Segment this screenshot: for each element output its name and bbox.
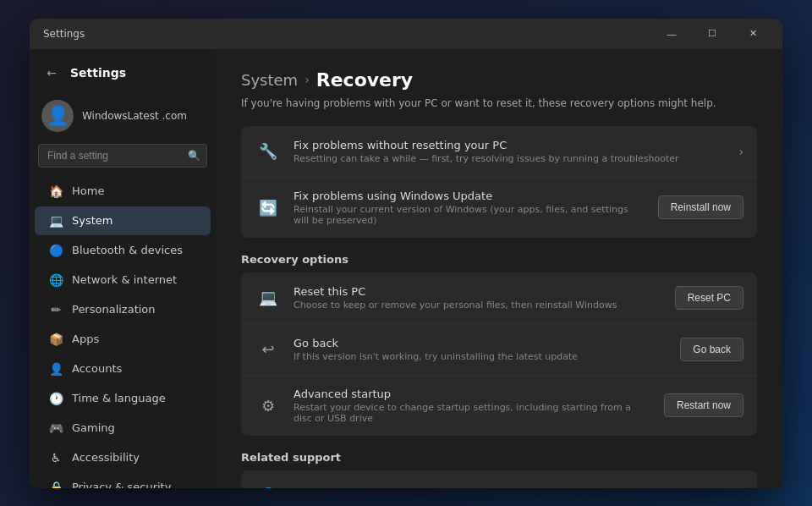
bluetooth-icon: 🔵: [48, 243, 63, 258]
advanced-startup-icon: ⚙: [255, 392, 282, 419]
reset-pc-desc: Choose to keep or remove your personal f…: [294, 300, 663, 311]
related-support-header[interactable]: 🌐 Help with Recovery ∧: [241, 470, 757, 488]
sidebar-item-system[interactable]: 💻 System: [35, 206, 211, 235]
close-button[interactable]: ✕: [733, 21, 772, 47]
sidebar-item-label: System: [72, 214, 112, 227]
sidebar-app-title: Settings: [70, 66, 126, 80]
sidebar-item-personalization[interactable]: ✏️ Personalization: [35, 295, 211, 324]
breadcrumb-parent: System: [241, 71, 298, 89]
sidebar-item-accessibility[interactable]: ♿ Accessibility: [35, 443, 211, 472]
network-icon: 🌐: [48, 272, 63, 288]
sidebar-item-privacy[interactable]: 🔒 Privacy & security: [35, 473, 211, 488]
fix-no-reset-desc: Resetting can take a while — first, try …: [294, 153, 727, 164]
go-back-action: Go back: [680, 338, 743, 361]
go-back-button[interactable]: Go back: [680, 338, 743, 361]
fix-update-button[interactable]: Reinstall now: [658, 195, 743, 219]
sidebar-item-time[interactable]: 🕐 Time & language: [35, 384, 211, 413]
sidebar-item-label: Apps: [72, 333, 99, 345]
sidebar-item-label: Network & internet: [72, 273, 177, 286]
chevron-right-icon: ›: [738, 145, 743, 158]
personalization-icon: ✏️: [48, 302, 63, 317]
reset-pc-title: Reset this PC: [294, 285, 663, 298]
recovery-item-advanced-startup: ⚙ Advanced startup Restart your device t…: [241, 376, 757, 436]
search-box: 🔍: [38, 144, 207, 168]
system-icon: 💻: [48, 213, 63, 228]
recovery-item-reset-pc: 💻 Reset this PC Choose to keep or remove…: [241, 272, 757, 324]
sidebar-item-gaming[interactable]: 🎮 Gaming: [35, 414, 211, 443]
sidebar-item-label: Gaming: [72, 421, 115, 434]
reset-pc-button[interactable]: Reset PC: [675, 286, 743, 310]
fix-update-text: Fix problems using Windows Update Reinst…: [294, 190, 646, 226]
breadcrumb: System › Recovery: [241, 69, 757, 91]
recovery-section-title: Recovery options: [241, 253, 757, 266]
go-back-icon: ↩: [255, 336, 282, 363]
sidebar-item-accounts[interactable]: 👤 Accounts: [35, 355, 211, 383]
page-subtitle: If you're having problems with your PC o…: [241, 97, 757, 109]
fix-update-icon: 🔄: [255, 194, 282, 221]
avatar: 👤: [41, 100, 74, 132]
fix-no-reset-action: ›: [738, 143, 743, 159]
sidebar-item-apps[interactable]: 📦 Apps: [35, 325, 211, 354]
reset-pc-action: Reset PC: [675, 286, 743, 310]
sidebar-item-network[interactable]: 🌐 Network & internet: [35, 266, 211, 294]
fix-item-fix-update: 🔄 Fix problems using Windows Update Rein…: [241, 178, 757, 238]
reset-pc-text: Reset this PC Choose to keep or remove y…: [294, 285, 663, 311]
window-body: ← Settings 👤 WindowsLatest .com 🔍 🏠 Home…: [30, 49, 782, 488]
sidebar-item-label: Accounts: [72, 362, 122, 375]
sidebar-item-label: Personalization: [72, 303, 156, 316]
reset-pc-icon: 💻: [255, 284, 282, 311]
search-icon: 🔍: [188, 150, 200, 162]
minimize-button[interactable]: —: [652, 21, 691, 47]
fix-no-reset-icon: 🔧: [255, 138, 282, 165]
accessibility-icon: ♿: [48, 450, 63, 465]
fix-no-reset-text: Fix problems without resetting your PC R…: [294, 139, 727, 164]
advanced-startup-action: Restart now: [664, 393, 743, 417]
advanced-startup-desc: Restart your device to change startup se…: [294, 402, 652, 424]
sidebar-item-label: Time & language: [72, 392, 166, 404]
fix-item-fix-no-reset: 🔧 Fix problems without resetting your PC…: [241, 126, 757, 178]
sidebar-item-label: Accessibility: [72, 451, 140, 464]
go-back-title: Go back: [294, 337, 668, 349]
time-icon: 🕐: [48, 391, 63, 406]
fix-section-card: 🔧 Fix problems without resetting your PC…: [241, 126, 757, 238]
fix-update-desc: Reinstall your current version of Window…: [294, 204, 646, 226]
sidebar-item-home[interactable]: 🏠 Home: [35, 177, 211, 206]
titlebar-controls: — ☐ ✕: [652, 21, 772, 47]
main-content: System › Recovery If you're having probl…: [216, 49, 782, 488]
back-button[interactable]: ←: [41, 63, 62, 83]
apps-icon: 📦: [48, 332, 63, 347]
breadcrumb-arrow: ›: [304, 73, 310, 86]
maximize-button[interactable]: ☐: [693, 21, 732, 47]
user-section: 👤 WindowsLatest .com: [30, 95, 216, 144]
sidebar: ← Settings 👤 WindowsLatest .com 🔍 🏠 Home…: [30, 49, 216, 488]
username: WindowsLatest .com: [82, 110, 187, 122]
fix-no-reset-title: Fix problems without resetting your PC: [294, 139, 727, 151]
search-input[interactable]: [38, 144, 207, 168]
settings-window: Settings — ☐ ✕ ← Settings 👤 WindowsLates…: [30, 19, 782, 488]
go-back-desc: If this version isn't working, try unins…: [294, 351, 668, 362]
titlebar: Settings — ☐ ✕: [30, 19, 782, 49]
breadcrumb-current: Recovery: [316, 69, 413, 91]
related-section-title: Related support: [241, 451, 757, 464]
privacy-icon: 🔒: [48, 480, 63, 488]
sidebar-header: ← Settings: [30, 56, 216, 95]
advanced-startup-button[interactable]: Restart now: [664, 393, 743, 417]
nav-list: 🏠 Home 💻 System 🔵 Bluetooth & devices 🌐 …: [30, 176, 216, 488]
recovery-item-go-back: ↩ Go back If this version isn't working,…: [241, 324, 757, 376]
fix-update-action: Reinstall now: [658, 195, 743, 219]
related-support-card: 🌐 Help with Recovery ∧ Creating a recove…: [241, 470, 757, 488]
related-support-icon: 🌐: [255, 482, 282, 488]
home-icon: 🏠: [48, 184, 63, 199]
accounts-icon: 👤: [48, 361, 63, 377]
titlebar-title: Settings: [43, 28, 85, 40]
avatar-icon: 👤: [47, 105, 69, 126]
gaming-icon: 🎮: [48, 421, 63, 436]
sidebar-item-label: Privacy & security: [72, 481, 171, 488]
fix-update-title: Fix problems using Windows Update: [294, 190, 646, 202]
advanced-startup-title: Advanced startup: [294, 388, 652, 400]
sidebar-item-label: Bluetooth & devices: [72, 244, 183, 256]
recovery-options-card: 💻 Reset this PC Choose to keep or remove…: [241, 272, 757, 436]
advanced-startup-text: Advanced startup Restart your device to …: [294, 388, 652, 424]
sidebar-item-bluetooth[interactable]: 🔵 Bluetooth & devices: [35, 236, 211, 265]
sidebar-item-label: Home: [72, 184, 104, 197]
